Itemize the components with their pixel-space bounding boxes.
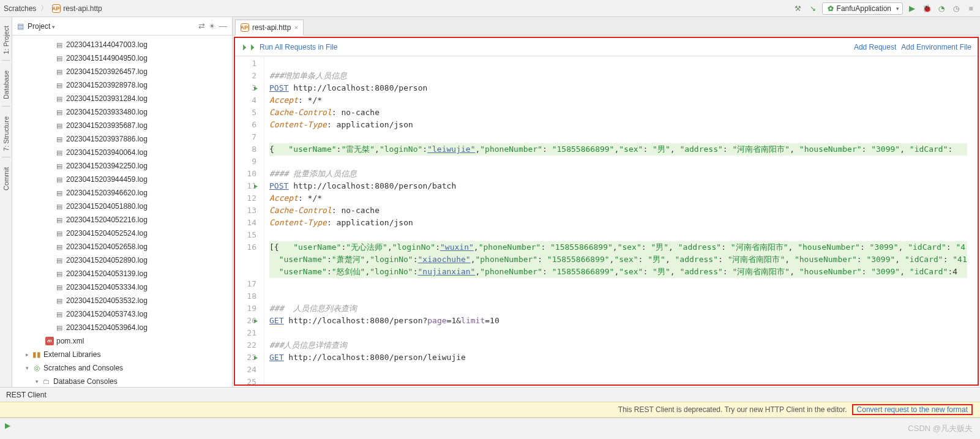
breadcrumb-root[interactable]: Scratches bbox=[4, 4, 36, 13]
request-body: "userName":"怒剑仙","loginNo":"nujianxian",… bbox=[269, 266, 967, 278]
header-key: Cache-Control bbox=[269, 108, 332, 117]
tree-item[interactable]: ▾◎Scratches and Consoles bbox=[12, 361, 232, 375]
http-method: POST bbox=[269, 83, 288, 92]
build-icon[interactable]: ⚒ bbox=[793, 3, 804, 14]
tree-item[interactable]: ▤20230415203944459.log bbox=[12, 173, 232, 186]
param: limit bbox=[461, 316, 485, 325]
run-target-icon[interactable]: ↘ bbox=[807, 3, 818, 14]
code-content[interactable]: ###增加单条人员信息 POST http://localhost:8080/p… bbox=[264, 56, 972, 385]
http-file-icon: API bbox=[241, 23, 249, 32]
tree-item[interactable]: ▤20230415204051880.log bbox=[12, 200, 232, 213]
add-request-link[interactable]: Add Request bbox=[854, 43, 896, 51]
run-gutter-icon[interactable]: ▶ bbox=[254, 82, 258, 94]
header-key: Accept bbox=[269, 193, 298, 203]
file-icon: ▤ bbox=[55, 268, 64, 279]
run-gutter-icon[interactable]: ▶ bbox=[254, 351, 258, 364]
url: http://localhost:8080/person/batch bbox=[288, 181, 456, 190]
tree-item[interactable]: ▤20230415203946620.log bbox=[12, 186, 232, 200]
rail-database[interactable]: Database bbox=[2, 70, 10, 99]
file-icon: ▤ bbox=[55, 309, 64, 320]
run-gutter-icon[interactable]: ▶ bbox=[254, 180, 258, 192]
settings-icon[interactable]: ✴ bbox=[209, 21, 215, 31]
editor-highlight-box: ⏵⏵ Run All Requests in File Add Request … bbox=[234, 37, 979, 386]
run-all-button[interactable]: ⏵⏵ Run All Requests in File bbox=[241, 42, 337, 51]
file-icon: ▤ bbox=[55, 107, 64, 118]
comment: ###人员信息详情查询 bbox=[269, 340, 347, 350]
left-tool-rail: 1: Project Database 7: Structure Commit bbox=[0, 17, 12, 387]
tree-item[interactable]: ▤20230415204053532.log bbox=[12, 294, 232, 307]
tree-item[interactable]: ▤20230415204052890.log bbox=[12, 253, 232, 267]
chevron-down-icon[interactable]: ▾ bbox=[36, 376, 39, 387]
tree-item[interactable]: ▤20230415203935687.log bbox=[12, 119, 232, 132]
code-editor[interactable]: 1 2 3▶ 4567 8910 11▶ 12131415 16 171819 … bbox=[235, 56, 978, 385]
tree-item[interactable]: ▤20230415203937886.log bbox=[12, 132, 232, 146]
chevron-right-icon[interactable]: ▸ bbox=[26, 349, 29, 360]
tree-label: 20230415203926457.log bbox=[66, 66, 148, 77]
hide-icon[interactable]: — bbox=[219, 21, 227, 31]
select-opened-file-icon[interactable]: ⇄ bbox=[198, 21, 205, 31]
tree-item[interactable]: ▤20230415204053334.log bbox=[12, 280, 232, 294]
tree-item[interactable]: ▾🗀Database Consoles bbox=[12, 375, 232, 387]
run-gutter-icon[interactable]: ▶ bbox=[254, 315, 258, 327]
tree-item[interactable]: ▸▮▮External Libraries bbox=[12, 348, 232, 361]
run-button[interactable]: ▶ bbox=[907, 3, 918, 14]
tree-label: 20230415203937886.log bbox=[66, 133, 148, 144]
tree-item[interactable]: ▤20230415204053743.log bbox=[12, 307, 232, 321]
editor-tab[interactable]: API rest-api.http × bbox=[235, 20, 304, 36]
tree-item[interactable]: ▤20230415203926457.log bbox=[12, 65, 232, 78]
breadcrumb-file[interactable]: rest-api.http bbox=[63, 4, 102, 13]
tree-item[interactable]: ▤20230415204052658.log bbox=[12, 240, 232, 253]
param: page bbox=[427, 316, 446, 325]
play-icon: ⏵⏵ bbox=[241, 42, 257, 51]
file-icon: ▤ bbox=[55, 147, 64, 158]
close-icon[interactable]: × bbox=[294, 24, 297, 31]
tree-item[interactable]: mpom.xml bbox=[12, 334, 232, 348]
http-file-icon: API bbox=[52, 4, 61, 13]
http-method: GET bbox=[269, 316, 283, 325]
tree-item[interactable]: ▤20230415203940064.log bbox=[12, 146, 232, 159]
project-header: ▤ Project ⇄ ✴ — bbox=[12, 17, 232, 36]
tree-label: Database Consoles bbox=[53, 376, 118, 387]
stop-button[interactable]: ■ bbox=[965, 3, 976, 14]
tree-item[interactable]: ▤20230415203928978.log bbox=[12, 78, 232, 92]
tree-item[interactable]: ▤20230415203933480.log bbox=[12, 105, 232, 119]
tree-item[interactable]: ▤20230415204053964.log bbox=[12, 321, 232, 334]
editor-tab-bar: API rest-api.http × bbox=[233, 17, 980, 36]
profile-button[interactable]: ◷ bbox=[951, 3, 962, 14]
add-env-file-link[interactable]: Add Environment File bbox=[901, 43, 971, 51]
tree-item[interactable]: ▤20230415144904950.log bbox=[12, 51, 232, 65]
file-icon: ▤ bbox=[55, 295, 64, 306]
rail-commit[interactable]: Commit bbox=[2, 167, 10, 190]
file-icon: ▤ bbox=[55, 66, 64, 77]
request-body: [{ "userName":"无心法师","loginNo":"wuxin","… bbox=[269, 241, 967, 253]
rail-project[interactable]: 1: Project bbox=[2, 26, 10, 54]
leaf-icon: ✿ bbox=[828, 4, 834, 13]
tree-item[interactable]: ▤20230415203931284.log bbox=[12, 92, 232, 105]
coverage-button[interactable]: ◔ bbox=[936, 3, 947, 14]
header-key: Content-Type bbox=[269, 120, 327, 129]
tree-item[interactable]: ▤20230413144047003.log bbox=[12, 38, 232, 51]
project-tree[interactable]: ▤20230413144047003.log▤20230415144904950… bbox=[12, 36, 232, 387]
chevron-down-icon[interactable]: ▾ bbox=[26, 362, 29, 373]
tree-item[interactable]: ▤20230415204052524.log bbox=[12, 227, 232, 240]
debug-button[interactable]: 🐞 bbox=[921, 3, 932, 14]
tree-label: 20230415204052658.log bbox=[66, 241, 148, 252]
file-icon: ▤ bbox=[55, 39, 64, 50]
tree-item[interactable]: ▤20230415203942250.log bbox=[12, 159, 232, 173]
rest-client-tab[interactable]: REST Client bbox=[6, 391, 47, 399]
file-icon: ▤ bbox=[55, 160, 64, 171]
run-config-selector[interactable]: ✿ FanfuApplication bbox=[822, 2, 903, 15]
gutter: 1 2 3▶ 4567 8910 11▶ 12131415 16 171819 … bbox=[235, 56, 264, 385]
file-icon: ▤ bbox=[55, 93, 64, 104]
file-icon: ▤ bbox=[55, 322, 64, 333]
project-title[interactable]: Project bbox=[28, 22, 55, 31]
convert-request-link[interactable]: Convert request to the new format bbox=[852, 404, 973, 415]
file-icon: ▤ bbox=[55, 255, 64, 266]
tree-label: 20230415204053964.log bbox=[66, 322, 148, 333]
tree-item[interactable]: ▤20230415204053139.log bbox=[12, 267, 232, 280]
rail-structure[interactable]: 7: Structure bbox=[2, 116, 10, 151]
run-status-icon[interactable]: ▶ bbox=[5, 421, 10, 430]
folder-icon: 🗀 bbox=[42, 376, 51, 387]
tree-item[interactable]: ▤20230415204052216.log bbox=[12, 213, 232, 227]
tree-label: 20230415204052216.log bbox=[66, 214, 148, 225]
